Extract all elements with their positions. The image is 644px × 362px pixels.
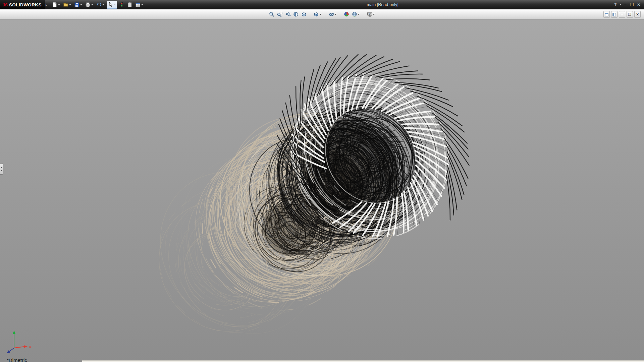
titlebar-toolbar — [51, 1, 144, 9]
view-settings-dropdown-arrow[interactable] — [373, 10, 375, 19]
appearance-group — [343, 10, 361, 19]
options-button[interactable] — [135, 1, 144, 9]
options-table-icon — [135, 2, 141, 8]
document-window-controls: – ❐ ✕ — [603, 9, 641, 19]
dassault-3ds-logo-icon: 3S — [3, 2, 7, 7]
triad-x-label: x — [29, 345, 31, 349]
doc-close-button[interactable]: ✕ — [634, 11, 641, 18]
hide-show-items-button[interactable] — [328, 10, 338, 19]
zoom-tools-group — [268, 10, 308, 19]
new-button[interactable] — [51, 1, 61, 9]
select-cursor-icon — [107, 2, 113, 8]
window-controls: ? – ❐ ✕ — [612, 0, 644, 9]
apply-scene-button[interactable] — [351, 10, 361, 19]
display-style-button[interactable] — [313, 10, 323, 19]
view-settings-icon — [367, 11, 373, 17]
menu-expand-arrow[interactable]: ▸ — [46, 3, 47, 7]
undo-icon — [96, 2, 102, 8]
zoom-to-area-icon — [277, 11, 283, 17]
orientation-triad: x — [1, 324, 35, 357]
apply-scene-icon — [352, 11, 358, 17]
edit-appearance-icon — [344, 11, 350, 17]
doc-minimize-button[interactable]: – — [619, 11, 625, 18]
close-button[interactable]: ✕ — [635, 1, 642, 8]
zoom-to-fit-icon — [269, 11, 275, 17]
collapse-arrow-icon — [1, 170, 2, 172]
undo-dropdown-arrow[interactable] — [102, 1, 105, 9]
previous-view-icon — [285, 11, 291, 17]
window-pane-button-2[interactable] — [611, 11, 618, 18]
statusbar-strip — [82, 360, 644, 362]
hide-show-group — [328, 10, 338, 19]
solidworks-brand-text: SOLIDWORKS — [9, 2, 42, 7]
document-title: main [Read-only] — [367, 0, 398, 9]
restore-button[interactable]: ❐ — [629, 1, 635, 8]
view-orientation-button[interactable] — [301, 10, 308, 19]
open-dropdown-arrow[interactable] — [69, 1, 72, 9]
featuremanager-collapsed-tab[interactable] — [0, 163, 3, 175]
hide-show-items-icon — [329, 11, 334, 17]
view-orientation-icon — [301, 11, 307, 17]
window-pane-icon — [612, 13, 616, 16]
options-dropdown-arrow[interactable] — [141, 1, 144, 9]
view-settings-button[interactable] — [366, 10, 376, 19]
graphics-viewport[interactable]: x *Dimetric — [0, 19, 644, 362]
open-folder-icon — [63, 2, 69, 8]
minimize-button[interactable]: – — [622, 1, 629, 8]
zoom-to-area-button[interactable] — [276, 10, 283, 19]
save-button[interactable] — [73, 1, 83, 9]
triad-y-axis — [13, 330, 15, 348]
print-button[interactable] — [85, 1, 94, 9]
triad-z-axis — [7, 348, 14, 353]
file-properties-button[interactable] — [126, 1, 133, 9]
headsup-view-toolbar: – ❐ ✕ — [0, 9, 644, 19]
rebuild-traffic-light-icon — [119, 2, 125, 8]
open-button[interactable] — [62, 1, 72, 9]
headsup-center-group — [266, 10, 379, 19]
display-style-dropdown-arrow[interactable] — [319, 10, 322, 19]
print-dropdown-arrow[interactable] — [91, 1, 94, 9]
display-style-icon — [314, 11, 319, 17]
collapse-arrow-icon — [1, 167, 2, 169]
save-dropdown-arrow[interactable] — [80, 1, 83, 9]
select-dropdown-arrow[interactable] — [113, 1, 116, 9]
undo-button[interactable] — [96, 1, 105, 9]
hide-show-dropdown-arrow[interactable] — [334, 10, 337, 19]
save-icon — [74, 2, 80, 8]
help-dropdown-arrow[interactable] — [619, 1, 622, 9]
new-document-icon — [52, 2, 58, 8]
window-pane-icon — [605, 13, 608, 16]
section-view-icon — [293, 11, 299, 17]
help-button[interactable]: ? — [612, 1, 619, 8]
edit-appearance-button[interactable] — [343, 10, 350, 19]
doc-restore-button[interactable]: ❐ — [627, 11, 633, 18]
window-pane-button-1[interactable] — [603, 11, 610, 18]
view-settings-group — [366, 10, 376, 19]
rebuild-button[interactable] — [118, 1, 125, 9]
app-logo[interactable]: 3S SOLIDWORKS — [0, 0, 45, 9]
apply-scene-dropdown-arrow[interactable] — [358, 10, 360, 19]
app-titlebar: 3S SOLIDWORKS ▸ — [0, 0, 644, 9]
view-orientation-label: *Dimetric — [7, 358, 27, 362]
engine-wireframe — [0, 19, 644, 362]
display-style-group — [313, 10, 323, 19]
new-dropdown-arrow[interactable] — [58, 1, 61, 9]
zoom-to-fit-button[interactable] — [268, 10, 275, 19]
file-properties-icon — [127, 2, 133, 8]
print-icon — [85, 2, 91, 8]
previous-view-button[interactable] — [284, 10, 291, 19]
triad-x-axis: x — [14, 345, 31, 349]
select-button[interactable] — [107, 1, 117, 9]
section-view-button[interactable] — [292, 10, 300, 19]
